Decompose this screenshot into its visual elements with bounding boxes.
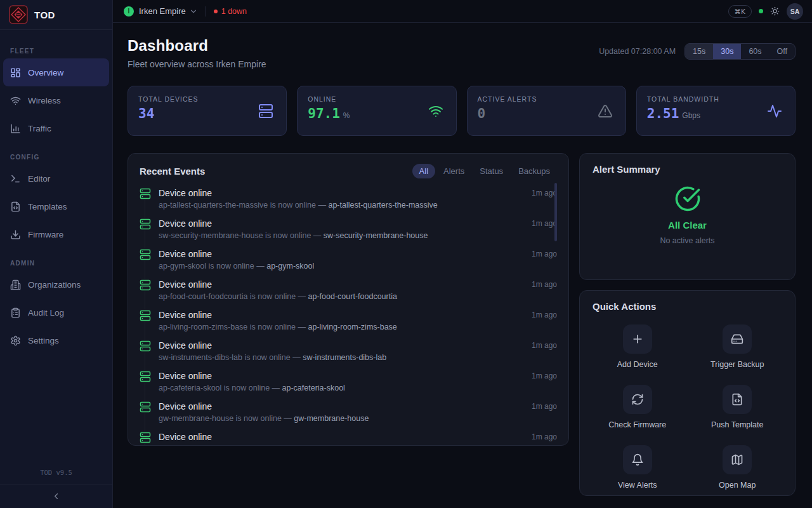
clipboard-icon	[10, 307, 21, 318]
event-row[interactable]: Device onlinesw-security-membrane-house …	[140, 218, 557, 248]
stat-card-active-alerts: ACTIVE ALERTS0	[467, 86, 626, 136]
event-body: Device onlineap-cafeteria-skool is now o…	[159, 370, 519, 401]
quick-actions-grid: Add DeviceTrigger BackupCheck FirmwarePu…	[593, 324, 782, 490]
quick-action-view-alerts[interactable]: View Alerts	[593, 445, 683, 490]
page-title: Dashboard	[128, 37, 266, 55]
quick-action-add-device[interactable]: Add Device	[593, 324, 683, 369]
event-title: Device online	[159, 279, 519, 291]
event-body: Device onlineap-food-court-foodcourtia i…	[159, 279, 519, 309]
quick-actions-panel: Quick Actions Add DeviceTrigger BackupCh…	[579, 290, 796, 496]
avatar[interactable]: SA	[787, 3, 803, 20]
chevron-left-icon	[51, 491, 61, 501]
stat-card-online: ONLINE97.1%	[297, 86, 456, 136]
gear-icon	[10, 335, 21, 346]
event-time: 1m ago	[532, 401, 557, 431]
sidebar-item-label: Overview	[28, 68, 63, 77]
theme-toggle-button[interactable]	[770, 6, 780, 16]
quick-action-label: Push Template	[711, 420, 763, 429]
stat-label: TOTAL DEVICES	[138, 95, 276, 103]
event-row[interactable]: Device onlinesw-instruments-dibs-lab is …	[140, 340, 557, 370]
event-tab-backups[interactable]: Backups	[511, 164, 557, 178]
event-title: Device online	[159, 187, 519, 199]
app-root: TOD FLEETOverviewWirelessTrafficCONFIGEd…	[0, 0, 812, 508]
sidebar-item-label: Templates	[28, 202, 67, 211]
server-icon	[140, 218, 151, 231]
event-row[interactable]: Device onlineap-food-court-foodcourtia i…	[140, 279, 557, 309]
event-time: 1m ago	[532, 370, 557, 401]
sidebar-item-label: Settings	[28, 336, 59, 345]
page-subtitle: Fleet overview across Irken Empire	[128, 59, 266, 69]
stat-unit: %	[343, 111, 350, 120]
app-version: TOD v9.5	[0, 462, 112, 484]
command-palette-button[interactable]: ⌘K	[728, 5, 752, 18]
file-code-icon	[10, 201, 21, 212]
event-description: sw-instruments-dibs-lab is now online — …	[159, 352, 519, 363]
event-row[interactable]: Device online1m ago	[140, 431, 557, 446]
interval-button-60s[interactable]: 60s	[741, 44, 769, 59]
stat-cards: TOTAL DEVICES34ONLINE97.1%ACTIVE ALERTS0…	[128, 86, 796, 136]
nav-section-label: CONFIG	[10, 154, 112, 161]
event-title: Device online	[159, 248, 519, 260]
event-time: 1m ago	[532, 218, 557, 248]
server-icon	[258, 104, 273, 119]
sidebar-item-label: Firmware	[28, 230, 63, 239]
event-row[interactable]: Device onlineap-cafeteria-skool is now o…	[140, 370, 557, 401]
sidebar-item-traffic[interactable]: Traffic	[3, 114, 109, 142]
quick-action-check-firmware[interactable]: Check Firmware	[593, 385, 683, 429]
stat-label: TOTAL BANDWIDTH	[647, 95, 785, 103]
building-icon	[10, 279, 21, 290]
server-icon	[140, 187, 151, 200]
sidebar-item-audit-log[interactable]: Audit Log	[3, 298, 109, 326]
event-body: Device onlinegw-membrane-house is now on…	[159, 401, 519, 431]
interval-button-off[interactable]: Off	[769, 44, 795, 59]
sidebar-item-editor[interactable]: Editor	[3, 164, 109, 192]
sidebar-item-label: Audit Log	[28, 308, 64, 318]
quick-action-label: Check Firmware	[608, 420, 666, 429]
sidebar-collapse-button[interactable]	[0, 484, 112, 508]
event-body: Device onlineap-gym-skool is now online …	[159, 248, 519, 279]
event-time: 1m ago	[532, 431, 557, 446]
sidebar-item-label: Wireless	[28, 96, 61, 105]
server-icon	[140, 340, 151, 352]
sidebar-item-organizations[interactable]: Organizations	[3, 271, 109, 298]
file-code-icon	[723, 385, 752, 414]
page-header-right: Updated 07:28:00 AM 15s30s60sOff	[599, 43, 796, 60]
brand-name: TOD	[34, 10, 55, 20]
alert-summary-body: All Clear No active alerts	[593, 175, 782, 245]
event-row[interactable]: Device onlinegw-membrane-house is now on…	[140, 401, 557, 431]
topbar-right: ⌘K SA	[728, 3, 803, 20]
down-count-label[interactable]: 1 down	[221, 7, 247, 16]
event-time: 1m ago	[532, 340, 557, 370]
stat-value: 97.1	[308, 106, 340, 121]
event-tab-all[interactable]: All	[412, 164, 435, 178]
alert-triangle-icon	[598, 104, 613, 119]
quick-action-trigger-backup[interactable]: Trigger Backup	[693, 324, 783, 369]
quick-action-push-template[interactable]: Push Template	[693, 385, 783, 429]
event-tab-status[interactable]: Status	[473, 164, 510, 178]
main-area: I Irken Empire 1 down ⌘K SA Dash	[113, 0, 812, 508]
event-row[interactable]: Device onlineap-living-room-zims-base is…	[140, 309, 557, 340]
event-time: 1m ago	[532, 248, 557, 279]
event-row[interactable]: Device onlineap-gym-skool is now online …	[140, 248, 557, 279]
sidebar-item-templates[interactable]: Templates	[3, 192, 109, 220]
event-tab-alerts[interactable]: Alerts	[436, 164, 471, 178]
event-description: sw-security-membrane-house is now online…	[159, 231, 519, 241]
quick-action-open-map[interactable]: Open Map	[693, 445, 783, 490]
chart-icon	[10, 123, 21, 134]
event-row[interactable]: Device onlineap-tallest-quarters-the-mas…	[140, 187, 557, 218]
interval-button-15s[interactable]: 15s	[685, 44, 713, 59]
event-time: 1m ago	[532, 309, 557, 340]
event-list: Device onlineap-tallest-quarters-the-mas…	[140, 187, 557, 446]
alert-detail-text: No active alerts	[660, 236, 714, 245]
event-time: 1m ago	[532, 187, 557, 218]
event-list-scrollbar[interactable]	[554, 183, 557, 241]
bell-icon	[623, 445, 652, 474]
sidebar-item-wireless[interactable]: Wireless	[3, 86, 109, 114]
sidebar-item-firmware[interactable]: Firmware	[3, 220, 109, 248]
sidebar-item-settings[interactable]: Settings	[3, 326, 109, 354]
recent-events-title: Recent Events	[140, 166, 205, 177]
org-selector[interactable]: I Irken Empire	[124, 6, 198, 17]
interval-button-30s[interactable]: 30s	[713, 44, 741, 59]
alert-summary-title: Alert Summary	[593, 164, 660, 175]
sidebar-item-overview[interactable]: Overview	[3, 58, 109, 86]
